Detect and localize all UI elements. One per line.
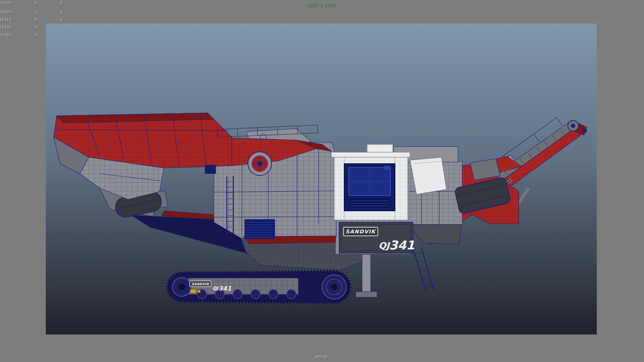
camera-name-label: persp — [46, 354, 597, 359]
polycount-selected: 0 — [35, 1, 37, 5]
polycount-value: 602431 — [0, 25, 11, 30]
service-door — [410, 157, 447, 194]
polycount-selected: 0 — [35, 18, 37, 22]
polycount-row: 645311 0 0 — [0, 18, 89, 23]
track-brand-label: SANDVIK — [191, 282, 210, 286]
warning-sticker — [190, 289, 196, 293]
crusher-model-render[interactable]: SANDVIK QJ 341 — [46, 24, 597, 334]
polycount-row: 614920 0 0 — [0, 10, 89, 16]
polycount-value: 662636 — [0, 1, 11, 5]
polycount-selected: 0 — [35, 33, 37, 38]
model-digits: 341 — [389, 238, 415, 252]
crawler-tracks[interactable]: SANDVIK QJ 341 — [167, 271, 350, 303]
brand-label: SANDVIK — [346, 229, 376, 234]
polycount-selected: 0 — [35, 25, 37, 30]
polycount-value: 683767 — [0, 33, 11, 38]
polycount-value: 614920 — [0, 10, 11, 15]
polycount-selected2: 0 — [60, 18, 63, 22]
camera-gate-view[interactable]: SANDVIK QJ 341 — [46, 24, 597, 334]
polycount-selected2: 0 — [60, 10, 63, 15]
resolution-gate-label: 1920 x 1080 — [46, 3, 597, 8]
brand-panel: SANDVIK QJ 341 — [339, 222, 415, 253]
track-model-digits: 341 — [219, 285, 231, 292]
polycount-value: 645311 — [0, 18, 11, 22]
feed-hopper[interactable] — [54, 113, 232, 199]
rear-ladder[interactable] — [414, 248, 434, 292]
polycount-selected: 0 — [35, 10, 37, 15]
track-model-prefix: QJ — [213, 286, 219, 291]
support-leg — [362, 252, 371, 293]
model-prefix: QJ — [379, 240, 390, 251]
warning-sticker — [197, 290, 200, 293]
maya-viewport-window: 662636 0 0 614920 0 0 645311 0 0 602431 … — [0, 0, 644, 362]
vent-panel-small — [205, 165, 216, 174]
